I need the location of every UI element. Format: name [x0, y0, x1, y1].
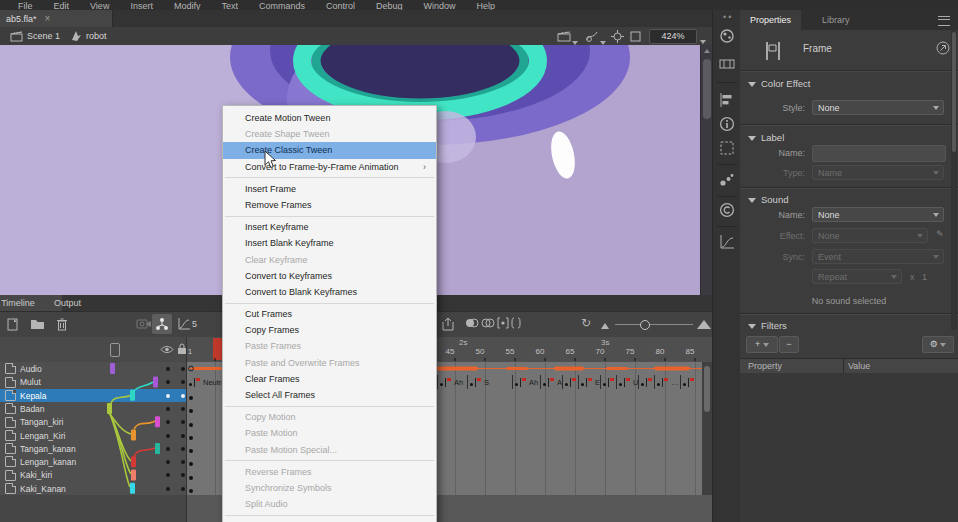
menu-item-convert-to-blank-keyframes[interactable]: Convert to Blank Keyframes	[223, 284, 436, 300]
new-folder-icon[interactable]	[30, 317, 45, 330]
timeline-vertical-scrollbar[interactable]	[702, 362, 712, 495]
label-type-select[interactable]: Name	[812, 165, 944, 180]
keyframe-span[interactable]: Ah	[540, 375, 562, 389]
add-filter-button[interactable]: +	[746, 336, 778, 353]
clip-content-icon[interactable]	[629, 30, 642, 43]
convert-to-symbol-icon[interactable]	[936, 41, 950, 55]
tab-properties[interactable]: Properties	[740, 10, 801, 30]
keyframe-span[interactable]: Ah	[437, 375, 467, 389]
visibility-dot[interactable]	[166, 460, 170, 464]
scrollbar-thumb[interactable]	[703, 59, 711, 119]
properties-scrollbar[interactable]	[951, 30, 957, 330]
visibility-dot[interactable]	[166, 380, 170, 384]
color-panel-icon[interactable]	[719, 28, 735, 44]
menu-item-insert-keyframe[interactable]: Insert Keyframe	[223, 219, 436, 235]
zoom-out-icon[interactable]	[601, 323, 609, 329]
modify-markers-icon[interactable]	[510, 317, 522, 329]
menu-item-convert-to-keyframes[interactable]: Convert to Keyframes	[223, 268, 436, 284]
keyframe-span[interactable]: D	[638, 375, 654, 389]
lock-dot[interactable]	[181, 434, 185, 438]
menu-debug[interactable]: Debug	[376, 1, 403, 10]
menu-insert[interactable]: Insert	[130, 1, 153, 10]
repeat-count-value[interactable]: 1	[922, 272, 927, 282]
section-sound[interactable]: Sound	[748, 194, 788, 205]
loop-icon[interactable]: ↻	[581, 316, 591, 330]
keyframe-span[interactable]: S	[467, 375, 512, 389]
layer-row-mulut[interactable]: Mulut	[0, 375, 186, 390]
keyframe-span[interactable]: …	[654, 375, 680, 389]
menu-item-create-classic-tween[interactable]: Create Classic Tween	[223, 142, 436, 158]
layer-row-kaki-kanan[interactable]: Kaki_Kanan	[0, 482, 186, 496]
lock-dot[interactable]	[181, 473, 185, 477]
menu-item-convert-to-frame-by-frame[interactable]: Convert to Frame-by-Frame Animation ›	[223, 159, 436, 175]
keyframe-span[interactable]: Uh	[616, 375, 638, 389]
creative-cloud-panel-icon[interactable]	[719, 202, 735, 218]
graph-editor-icon[interactable]	[177, 317, 191, 331]
keyframe-span[interactable]: E	[578, 375, 600, 389]
layer-row-tangan-kanan[interactable]: Tangan_kanan	[0, 442, 186, 456]
lock-dot[interactable]	[181, 460, 185, 464]
menu-modify[interactable]: Modify	[174, 1, 201, 10]
lock-dot[interactable]	[181, 447, 185, 451]
frames-panel-icon[interactable]	[719, 56, 735, 72]
remove-filter-button[interactable]: −	[779, 336, 799, 353]
menu-item-remove-frames[interactable]: Remove Frames	[223, 197, 436, 213]
edit-symbols-icon[interactable]	[585, 30, 599, 42]
menu-view[interactable]: View	[90, 1, 109, 10]
visibility-dot[interactable]	[166, 473, 170, 477]
graph-panel-icon[interactable]	[719, 234, 735, 250]
color-effect-style-select[interactable]: None	[812, 100, 944, 115]
menu-edit[interactable]: Edit	[54, 1, 70, 10]
visibility-dot[interactable]	[166, 367, 170, 371]
zoom-slider-knob[interactable]	[640, 320, 650, 330]
transform-panel-icon[interactable]	[719, 140, 735, 156]
layer-row-badan[interactable]: Badan	[0, 402, 186, 416]
highlight-layer-column-icon[interactable]	[110, 343, 120, 357]
document-tab[interactable]: ab5.fla* ×	[0, 10, 113, 27]
playhead[interactable]	[213, 338, 222, 360]
sound-sync-select[interactable]: Event	[812, 249, 944, 264]
menu-commands[interactable]: Commands	[259, 1, 305, 10]
menu-file[interactable]: File	[18, 1, 33, 10]
layer-row-tangan-kiri[interactable]: Tangan_kiri	[0, 415, 186, 430]
align-panel-icon[interactable]	[719, 92, 735, 108]
layer-row-kaki-kiri[interactable]: Kaki_kiri	[0, 468, 186, 483]
menu-help[interactable]: Help	[477, 1, 496, 10]
sound-effect-select[interactable]: None	[812, 228, 928, 243]
label-name-input[interactable]	[812, 145, 946, 162]
menu-item-clear-frames[interactable]: Clear Frames	[223, 371, 436, 387]
info-panel-icon[interactable]	[719, 116, 735, 132]
zoom-level-select[interactable]: 424%	[649, 29, 697, 44]
panel-menu-icon[interactable]	[938, 16, 950, 26]
section-label[interactable]: Label	[748, 132, 784, 143]
scroll-up-icon[interactable]	[704, 49, 710, 53]
camera-icon[interactable]	[136, 317, 152, 329]
menu-item-insert-blank-keyframe[interactable]: Insert Blank Keyframe	[223, 235, 436, 251]
visibility-dot[interactable]	[166, 420, 170, 424]
scrollbar-thumb[interactable]	[704, 366, 710, 412]
export-frame-icon[interactable]	[441, 317, 455, 331]
visibility-dot[interactable]	[166, 407, 170, 411]
menu-item-copy-frames[interactable]: Copy Frames	[223, 322, 436, 338]
visibility-dot[interactable]	[166, 447, 170, 451]
show-parenting-view-toggle[interactable]	[152, 314, 172, 334]
visibility-column-eye-icon[interactable]	[160, 345, 174, 354]
keyframe-span[interactable]: Ah	[512, 375, 540, 389]
zoom-slider-track[interactable]	[615, 324, 693, 325]
visibility-dot[interactable]	[166, 434, 170, 438]
visibility-dot[interactable]	[166, 394, 170, 398]
edit-scene-icon[interactable]	[557, 30, 572, 42]
close-tab-icon[interactable]: ×	[45, 15, 51, 23]
menu-item-actions[interactable]: Actions	[223, 518, 436, 522]
keyframe-span[interactable]: L	[600, 375, 616, 389]
visibility-dot[interactable]	[166, 487, 170, 491]
brush-library-panel-icon[interactable]	[719, 172, 735, 188]
keyframe-span[interactable]: S	[680, 375, 694, 389]
lock-dot[interactable]	[181, 367, 185, 371]
menu-item-cut-frames[interactable]: Cut Frames	[223, 306, 436, 322]
layer-row-audio[interactable]: Audio	[0, 362, 186, 376]
sound-repeat-select[interactable]: Repeat	[812, 269, 902, 284]
collapse-dock-icon[interactable]: ••	[723, 12, 733, 22]
filter-options-button[interactable]: ⚙	[922, 336, 954, 353]
edit-sound-envelope-icon[interactable]: ✎	[936, 229, 944, 239]
